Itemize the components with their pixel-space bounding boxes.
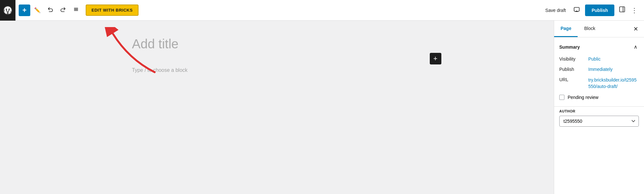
undo-button[interactable] xyxy=(44,5,56,16)
svg-rect-3 xyxy=(74,10,78,11)
plus-icon: + xyxy=(433,54,437,63)
url-row: URL try.bricksbuilder.io/t2595550/auto-d… xyxy=(559,77,639,90)
tab-block[interactable]: Block xyxy=(578,21,601,37)
sidebar: Page Block ✕ Summary ∧ Visibility Publi xyxy=(554,21,644,194)
pending-review-label: Pending review xyxy=(568,95,599,100)
list-view-button[interactable] xyxy=(70,5,82,16)
preview-icon xyxy=(573,6,580,14)
sidebar-close-button[interactable]: ✕ xyxy=(630,23,641,35)
save-draft-button[interactable]: Save draft xyxy=(542,5,570,15)
redo-icon xyxy=(60,6,66,14)
summary-collapse-button[interactable]: ∧ xyxy=(632,43,639,51)
edit-mode-button[interactable]: ✏️ xyxy=(32,5,43,16)
url-label: URL xyxy=(559,77,588,82)
edit-with-bricks-button[interactable]: EDIT WITH BRICKS xyxy=(86,5,139,16)
sidebar-toggle-button[interactable] xyxy=(616,5,628,16)
page-title-input[interactable]: Add title xyxy=(132,34,422,54)
summary-title: Summary xyxy=(559,44,580,50)
tab-page[interactable]: Page xyxy=(554,21,578,37)
toolbar: + ✏️ EDIT WITH xyxy=(0,0,644,21)
pen-icon: ✏️ xyxy=(34,7,41,13)
chevron-up-icon: ∧ xyxy=(634,44,638,50)
svg-rect-2 xyxy=(74,9,78,10)
summary-section: Summary ∧ Visibility Public Publish Imme… xyxy=(554,43,644,100)
author-select[interactable]: t2595550 xyxy=(559,116,639,127)
wp-logo-icon xyxy=(3,6,12,15)
pending-review-checkbox[interactable] xyxy=(559,95,564,100)
visibility-label: Visibility xyxy=(559,56,588,62)
publish-row: Publish Immediately xyxy=(559,67,639,72)
divider xyxy=(554,106,644,107)
sidebar-toggle-icon xyxy=(619,6,625,14)
preview-button[interactable] xyxy=(571,5,582,16)
publish-label: Publish xyxy=(559,67,588,72)
author-section: AUTHOR t2595550 xyxy=(554,109,644,127)
sidebar-header: Page Block ✕ xyxy=(554,21,644,37)
summary-header: Summary ∧ xyxy=(559,43,639,51)
publish-value[interactable]: Immediately xyxy=(588,67,612,72)
author-label: AUTHOR xyxy=(559,109,639,113)
redo-button[interactable] xyxy=(57,5,69,16)
list-view-icon xyxy=(73,6,79,14)
add-block-button[interactable]: + xyxy=(19,5,30,16)
more-options-button[interactable]: ⋮ xyxy=(629,5,640,16)
visibility-value[interactable]: Public xyxy=(588,56,601,62)
add-block-inline-button[interactable]: + xyxy=(430,53,441,64)
close-icon: ✕ xyxy=(633,25,638,33)
visibility-row: Visibility Public xyxy=(559,56,639,62)
undo-icon xyxy=(47,6,53,14)
editor-canvas: Add title Type / to choose a block + xyxy=(132,34,422,162)
url-value[interactable]: try.bricksbuilder.io/t2595550/auto-draft… xyxy=(588,77,639,90)
editor-area: Add title Type / to choose a block + xyxy=(0,21,554,194)
pending-review-row: Pending review xyxy=(559,95,639,100)
publish-button[interactable]: Publish xyxy=(585,5,614,16)
svg-rect-1 xyxy=(74,8,78,9)
block-hint[interactable]: Type / to choose a block xyxy=(132,64,422,76)
sidebar-content: Summary ∧ Visibility Public Publish Imme… xyxy=(554,37,644,194)
svg-rect-5 xyxy=(620,7,625,12)
wp-logo xyxy=(0,0,15,21)
main-layout: Add title Type / to choose a block + xyxy=(0,21,644,194)
